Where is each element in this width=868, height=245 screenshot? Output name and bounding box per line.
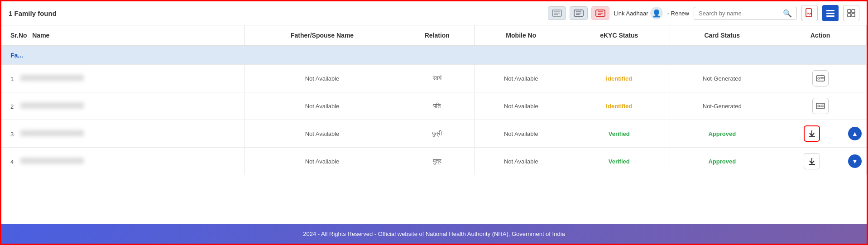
ekyc-status-value: Identified — [606, 75, 632, 82]
col-mobile-no: Mobile No — [474, 25, 568, 46]
ekyc-status-value: Identified — [606, 103, 632, 110]
col-relation: Relation — [400, 25, 474, 46]
cell-relation: पुत्र — [400, 148, 474, 175]
pdf-download-button[interactable]: PDF — [801, 5, 818, 21]
cell-card-status: Not-Generated — [670, 65, 774, 92]
cell-card-status: Approved — [670, 148, 774, 175]
link-aadhaar-button[interactable]: Link Aadhaar 👤 — [614, 7, 663, 19]
cell-mobile-no: Not Available — [474, 65, 568, 92]
icon-btn-3[interactable] — [591, 6, 609, 20]
grid-view-button[interactable] — [843, 5, 859, 21]
sr-no-value: 2 — [10, 103, 14, 110]
cell-card-status: Not-Generated — [670, 92, 774, 120]
card-status-value: Not-Generated — [703, 103, 742, 110]
renew-button[interactable]: - Renew — [667, 10, 689, 17]
cell-ekyc-status: Verified — [568, 120, 670, 148]
svg-rect-18 — [852, 10, 855, 13]
col-sr-no: Sr.No Name — [1, 25, 245, 46]
name-value — [20, 102, 84, 109]
cell-father-spouse: Not Available — [245, 148, 400, 175]
main-table-area: Sr.No Name Father/Spouse Name Relation M… — [1, 25, 867, 224]
cell-sr-no: 1 — [1, 65, 245, 92]
cell-mobile-no: Not Available — [474, 92, 568, 120]
aadhaar-avatar-icon: 👤 — [650, 7, 663, 19]
cell-mobile-no: Not Available — [474, 120, 568, 148]
sr-no-value: 4 — [10, 159, 14, 165]
cell-action — [774, 92, 867, 120]
cell-relation: स्वयं — [400, 65, 474, 92]
card-status-value: Approved — [708, 158, 736, 165]
family-label-text: Fa... — [10, 52, 23, 59]
cell-father-spouse: Not Available — [245, 92, 400, 120]
table-row: 2 Not Available पति Not Available Identi… — [1, 92, 867, 120]
cell-action: ▼ ➤ — [774, 148, 867, 175]
name-value — [20, 130, 84, 136]
svg-rect-14 — [826, 10, 834, 11]
svg-rect-16 — [826, 15, 834, 17]
svg-text:PDF: PDF — [807, 12, 812, 15]
icon-btn-1[interactable] — [548, 6, 566, 20]
col-ekyc-status: eKYC Status — [568, 25, 670, 46]
footer: 2024 - All Rights Reserved - Official we… — [1, 224, 867, 244]
cell-ekyc-status: Identified — [568, 92, 670, 120]
link-aadhaar-label: Link Aadhaar — [614, 10, 648, 17]
icon-btn-2[interactable] — [570, 6, 588, 20]
table-row: 4 Not Available पुत्र Not Available Veri… — [1, 148, 867, 175]
cell-father-spouse: Not Available — [245, 120, 400, 148]
svg-rect-20 — [852, 14, 855, 17]
col-father-spouse: Father/Spouse Name — [245, 25, 400, 46]
svg-rect-19 — [848, 14, 851, 17]
list-view-button[interactable] — [822, 5, 839, 21]
svg-rect-15 — [826, 13, 834, 14]
family-found-label: 1 Family found — [9, 10, 57, 17]
cell-sr-no: 4 — [1, 148, 245, 175]
top-bar: 1 Family found Link Aadhaar 👤 - Renew 🔍 … — [1, 1, 867, 25]
cell-relation: पुत्री — [400, 120, 474, 148]
action-download-btn-highlighted[interactable] — [804, 125, 820, 142]
cell-sr-no: 3 — [1, 120, 245, 148]
family-table: Sr.No Name Father/Spouse Name Relation M… — [1, 25, 867, 175]
family-group-label: Fa... — [1, 46, 867, 65]
search-box: 🔍 — [694, 7, 797, 20]
svg-point-22 — [818, 77, 820, 79]
svg-rect-17 — [848, 10, 851, 13]
card-status-value: Not-Generated — [703, 75, 742, 82]
cell-action — [774, 65, 867, 92]
cell-mobile-no: Not Available — [474, 148, 568, 175]
cell-card-status: Approved — [670, 120, 774, 148]
cell-action: ▲ — [774, 120, 867, 148]
table-row: 3 Not Available पुत्री Not Available Ver… — [1, 120, 867, 148]
name-value — [20, 75, 84, 81]
red-arrow-icon: ➤ — [866, 155, 867, 176]
cell-ekyc-status: Identified — [568, 65, 670, 92]
footer-text: 2024 - All Rights Reserved - Official we… — [303, 231, 565, 237]
scroll-up-btn[interactable]: ▲ — [848, 127, 862, 140]
sr-no-value: 3 — [10, 131, 14, 138]
card-status-value: Approved — [708, 130, 736, 137]
search-icon: 🔍 — [783, 9, 792, 18]
cell-sr-no: 2 — [1, 92, 245, 120]
search-input[interactable] — [699, 10, 780, 17]
ekyc-status-value: Verified — [609, 158, 630, 165]
action-card-btn[interactable] — [812, 70, 829, 86]
scroll-down-btn[interactable]: ▼ — [848, 154, 862, 168]
table-row: 1 Not Available स्वयं Not Available Iden… — [1, 65, 867, 92]
table-header-row: Sr.No Name Father/Spouse Name Relation M… — [1, 25, 867, 46]
ekyc-status-value: Verified — [609, 130, 630, 137]
cell-relation: पति — [400, 92, 474, 120]
action-card-btn[interactable] — [812, 98, 829, 114]
svg-point-26 — [818, 105, 820, 107]
sr-no-value: 1 — [10, 76, 14, 82]
name-value — [20, 158, 84, 164]
action-download-btn[interactable] — [804, 153, 820, 169]
icon-buttons-group — [548, 6, 609, 20]
col-card-status: Card Status — [670, 25, 774, 46]
col-action: Action — [774, 25, 867, 46]
cell-father-spouse: Not Available — [245, 65, 400, 92]
family-group-row: Fa... — [1, 46, 867, 65]
cell-ekyc-status: Verified — [568, 148, 670, 175]
